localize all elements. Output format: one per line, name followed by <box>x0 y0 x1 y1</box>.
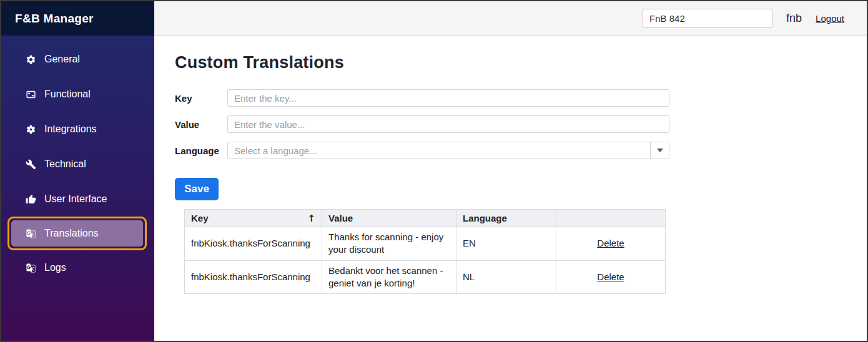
language-select-value[interactable] <box>227 142 669 159</box>
logs-icon <box>25 262 36 273</box>
sidebar-item-label: Technical <box>44 159 86 170</box>
sidebar-item-label: General <box>44 54 80 65</box>
sidebar-item-technical[interactable]: Technical <box>1 147 154 182</box>
value-label: Value <box>175 119 227 130</box>
key-input[interactable] <box>227 89 669 107</box>
sidebar-item-logs[interactable]: Logs <box>1 250 154 285</box>
table-header-row: Key ↑ Value Language <box>185 210 666 227</box>
sidebar-item-label: Logs <box>44 262 66 273</box>
sidebar: F&B Manager General Functional Integrati… <box>1 1 154 341</box>
window-icon <box>25 89 36 100</box>
sidebar-item-label: Integrations <box>44 124 97 135</box>
cell-language: EN <box>456 227 556 261</box>
cell-value: Thanks for scanning - enjoy your discoun… <box>322 227 456 261</box>
cell-language: NL <box>456 260 556 294</box>
sidebar-item-general[interactable]: General <box>1 42 154 77</box>
delete-link[interactable]: Delete <box>597 271 624 282</box>
cog-icon <box>25 124 36 135</box>
sidebar-item-label: Translations <box>44 228 99 239</box>
chevron-down-icon <box>657 149 663 152</box>
logout-link[interactable]: Logout <box>816 13 844 24</box>
column-header-language[interactable]: Language <box>456 210 556 227</box>
table-row: fnbKiosk.thanksForScanning Thanks for sc… <box>185 227 666 261</box>
translations-table: Key ↑ Value Language fnbKiosk.thanksForS… <box>184 209 666 294</box>
key-label: Key <box>175 93 227 104</box>
value-input[interactable] <box>227 115 669 133</box>
column-header-key[interactable]: Key ↑ <box>185 210 322 227</box>
cell-actions: Delete <box>556 227 666 261</box>
sidebar-item-label: Functional <box>44 89 91 100</box>
cell-key: fnbKiosk.thanksForScanning <box>185 227 322 261</box>
language-select[interactable] <box>227 142 669 159</box>
table-row: fnbKiosk.thanksForScanning Bedankt voor … <box>185 260 666 294</box>
sidebar-item-label: User Interface <box>44 193 107 205</box>
column-header-actions <box>556 210 666 227</box>
value-form-row: Value <box>175 115 867 133</box>
app-window: F&B Manager General Functional Integrati… <box>0 0 868 342</box>
sidebar-item-user-interface[interactable]: User Interface <box>1 182 154 217</box>
sidebar-item-functional[interactable]: Functional <box>1 77 154 112</box>
cell-actions: Delete <box>556 260 666 294</box>
site-selector-value[interactable] <box>643 9 772 27</box>
language-select-arrow[interactable] <box>650 142 669 159</box>
language-label: Language <box>175 145 227 156</box>
language-form-row: Language <box>175 142 867 159</box>
site-selector[interactable] <box>643 9 772 28</box>
sidebar-item-integrations[interactable]: Integrations <box>1 112 154 147</box>
sort-ascending-icon[interactable]: ↑ <box>307 213 315 224</box>
delete-link[interactable]: Delete <box>597 238 624 248</box>
username-label: fnb <box>786 12 802 25</box>
cell-key: fnbKiosk.thanksForScanning <box>185 260 322 294</box>
column-header-value[interactable]: Value <box>322 210 456 227</box>
page-title: Custom Translations <box>175 53 867 72</box>
app-title: F&B Manager <box>1 1 154 36</box>
gear-icon <box>25 54 36 65</box>
save-button[interactable]: Save <box>175 178 219 200</box>
topbar: fnb Logout <box>154 1 867 36</box>
sidebar-item-translations[interactable]: Translations <box>7 217 147 250</box>
key-form-row: Key <box>175 89 867 107</box>
tools-icon <box>25 159 36 170</box>
translate-icon <box>25 228 36 239</box>
thumb-up-icon <box>25 193 36 205</box>
main-content: Custom Translations Key Value Language S… <box>154 36 867 341</box>
cell-value: Bedankt voor het scannen - geniet van je… <box>322 260 456 294</box>
sidebar-nav: General Functional Integrations Technica… <box>1 36 154 285</box>
